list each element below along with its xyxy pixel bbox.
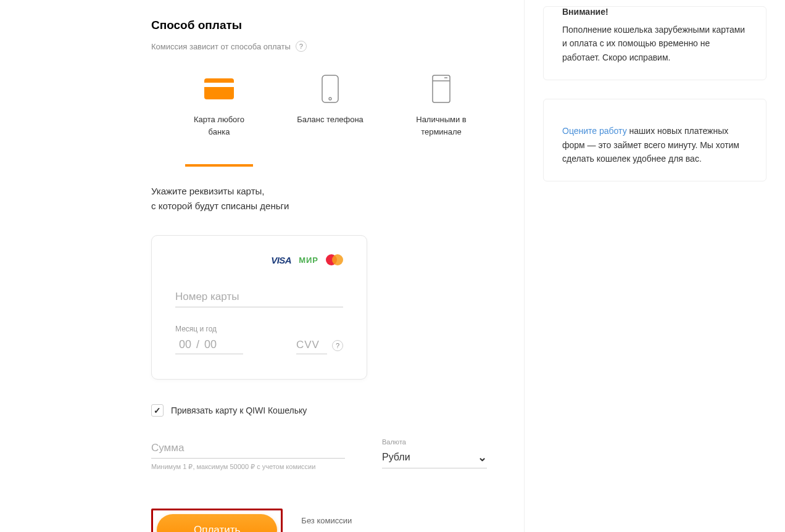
feedback-link[interactable]: Оцените работу	[562, 126, 627, 136]
feedback-box: Оцените работу наших новых платежных фор…	[543, 99, 766, 181]
commission-note: Комиссия зависит от способа оплаты	[151, 42, 291, 51]
section-title: Способ оплаты	[151, 19, 487, 32]
svg-rect-4	[433, 75, 450, 102]
method-cash-label: Наличными в терминале	[407, 114, 475, 138]
notice-text: Пополнение кошелька зарубежными картами …	[562, 23, 747, 64]
svg-rect-1	[204, 83, 234, 87]
phone-icon	[322, 73, 339, 104]
method-card[interactable]: Карта любого банка	[185, 73, 253, 138]
card-instructions: Укажите реквизиты карты, с которой будут…	[151, 184, 487, 214]
visa-logo-icon: VISA	[271, 255, 291, 265]
cvv-help-icon[interactable]: ?	[332, 340, 343, 351]
svg-rect-0	[204, 78, 234, 99]
currency-value: Рубли	[382, 452, 410, 463]
amount-hint: Минимум 1 ₽, максимум 50000 ₽ с учетом к…	[151, 462, 345, 472]
expiry-month-input[interactable]	[175, 338, 195, 351]
method-phone[interactable]: Баланс телефона	[296, 73, 364, 138]
pay-button[interactable]: Оплатить	[157, 514, 277, 532]
method-cash[interactable]: Наличными в терминале	[407, 73, 475, 138]
expiry-label: Месяц и год	[175, 325, 243, 333]
method-card-label: Карта любого банка	[185, 114, 253, 138]
chevron-down-icon: ⌄	[478, 451, 487, 464]
svg-point-3	[329, 98, 331, 100]
svg-rect-2	[322, 75, 338, 102]
expiry-year-input[interactable]	[201, 338, 220, 351]
mastercard-logo-icon	[326, 254, 343, 265]
card-icon	[204, 73, 234, 104]
mir-logo-icon: МИР	[299, 256, 318, 265]
notice-box: Внимание! Пополнение кошелька зарубежным…	[543, 6, 766, 80]
terminal-icon	[432, 73, 451, 104]
pay-button-highlight: Оплатить	[151, 509, 283, 532]
currency-label: Валюта	[382, 438, 487, 446]
cvv-input[interactable]	[296, 336, 327, 354]
currency-select[interactable]: Рубли ⌄	[382, 447, 487, 468]
bind-card-label: Привязать карту к QIWI Кошельку	[171, 405, 307, 415]
amount-input[interactable]	[151, 438, 345, 459]
bind-card-checkbox[interactable]: ✓	[151, 404, 164, 417]
method-phone-label: Баланс телефона	[297, 114, 363, 126]
notice-title: Внимание!	[562, 7, 747, 17]
expiry-separator: /	[196, 338, 199, 351]
card-form: VISA МИР Месяц и год /	[151, 235, 367, 380]
commission-help-icon[interactable]: ?	[296, 41, 307, 52]
fee-title: Без комиссии	[301, 515, 487, 528]
card-number-input[interactable]	[175, 287, 343, 307]
